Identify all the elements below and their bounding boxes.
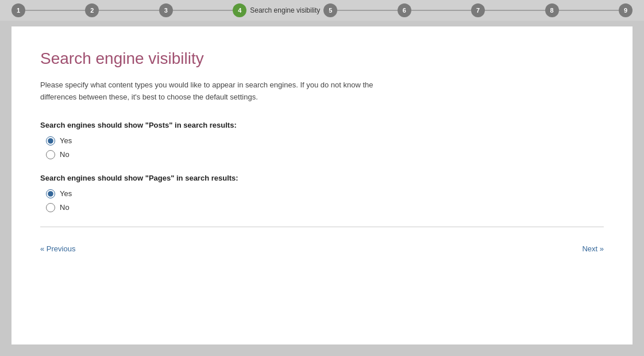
step-circle-1: 1	[11, 3, 25, 17]
pages-yes-label: Yes	[60, 189, 72, 198]
progress-step-2: 2	[85, 3, 159, 17]
step-line-8	[559, 10, 619, 11]
progress-step-5: 5	[323, 3, 397, 17]
posts-no-label: No	[60, 150, 70, 159]
nav-buttons: « Previous Next »	[40, 239, 604, 253]
step-line-1	[25, 10, 85, 11]
posts-no-radio[interactable]	[46, 150, 55, 159]
progress-step-9: 9	[619, 3, 633, 17]
pages-no-option[interactable]: No	[46, 203, 604, 212]
progress-step-7: 7	[471, 3, 545, 17]
posts-yes-radio[interactable]	[46, 136, 55, 146]
main-card: Search engine visibility Please specify …	[11, 26, 633, 344]
pages-yes-radio[interactable]	[46, 189, 55, 198]
step-line-7	[485, 10, 545, 11]
progress-step-1: 1	[11, 3, 85, 17]
step-circle-3: 3	[159, 3, 173, 17]
next-link[interactable]: Next »	[582, 244, 604, 253]
step-circle-6: 6	[398, 3, 411, 17]
pages-no-radio[interactable]	[46, 203, 55, 212]
posts-yes-option[interactable]: Yes	[46, 136, 604, 146]
step-circle-9: 9	[619, 3, 633, 17]
step-circle-2: 2	[85, 3, 99, 17]
progress-bar: 1 2 3 4 Search engine visibility 5 6 7 8…	[0, 0, 644, 21]
progress-step-8: 8	[545, 3, 619, 17]
pages-question-label: Search engines should show "Pages" in se…	[40, 174, 604, 182]
step-line-2	[99, 10, 159, 11]
posts-no-option[interactable]: No	[46, 150, 604, 159]
step-circle-5: 5	[323, 3, 337, 17]
pages-radio-group: Yes No	[40, 189, 604, 212]
page-title: Search engine visibility	[40, 49, 604, 68]
progress-step-6: 6	[398, 3, 471, 17]
progress-step-3: 3	[159, 3, 233, 17]
step-circle-4: 4	[233, 3, 246, 17]
posts-yes-label: Yes	[60, 136, 72, 145]
pages-no-label: No	[60, 203, 70, 212]
progress-step-4: 4 Search engine visibility	[233, 3, 323, 17]
posts-question-label: Search engines should show "Posts" in se…	[40, 121, 604, 129]
step-line-5	[337, 10, 397, 11]
previous-link[interactable]: « Previous	[40, 244, 75, 253]
step-circle-7: 7	[471, 3, 485, 17]
step-circle-8: 8	[545, 3, 559, 17]
divider	[40, 227, 604, 227]
pages-yes-option[interactable]: Yes	[46, 189, 604, 198]
active-step-label: Search engine visibility	[250, 6, 320, 14]
step-line-3	[173, 10, 233, 11]
posts-radio-group: Yes No	[40, 136, 604, 159]
page-description: Please specify what content types you wo…	[40, 79, 373, 104]
step-line-6	[411, 10, 471, 11]
